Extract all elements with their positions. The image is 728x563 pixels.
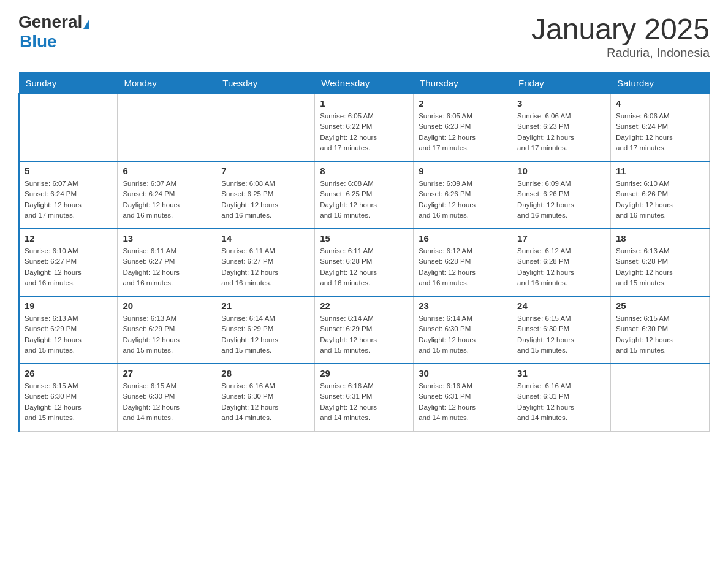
day-info: Sunrise: 6:11 AMSunset: 6:27 PMDaylight:… [123, 246, 211, 288]
day-number: 29 [320, 368, 408, 378]
calendar-cell: 4Sunrise: 6:06 AMSunset: 6:24 PMDaylight… [611, 94, 710, 161]
day-number: 21 [221, 301, 309, 311]
calendar-header-row: Sunday Monday Tuesday Wednesday Thursday… [19, 73, 710, 94]
calendar-cell: 11Sunrise: 6:10 AMSunset: 6:26 PMDayligh… [611, 161, 710, 229]
calendar-cell: 2Sunrise: 6:05 AMSunset: 6:23 PMDaylight… [414, 94, 512, 161]
day-number: 19 [25, 301, 112, 311]
day-number: 10 [517, 166, 605, 176]
day-info: Sunrise: 6:12 AMSunset: 6:28 PMDaylight:… [419, 246, 507, 288]
logo: General Blue [18, 12, 89, 52]
calendar-cell: 5Sunrise: 6:07 AMSunset: 6:24 PMDaylight… [19, 161, 118, 229]
day-number: 13 [123, 233, 211, 243]
day-number: 14 [221, 233, 309, 243]
calendar-cell: 31Sunrise: 6:16 AMSunset: 6:31 PMDayligh… [512, 364, 611, 431]
week-row-2: 5Sunrise: 6:07 AMSunset: 6:24 PMDaylight… [19, 161, 710, 229]
day-info: Sunrise: 6:05 AMSunset: 6:22 PMDaylight:… [320, 111, 408, 153]
calendar-cell: 8Sunrise: 6:08 AMSunset: 6:25 PMDaylight… [315, 161, 414, 229]
calendar-cell: 27Sunrise: 6:15 AMSunset: 6:30 PMDayligh… [118, 364, 216, 431]
week-row-1: 1Sunrise: 6:05 AMSunset: 6:22 PMDaylight… [19, 94, 710, 161]
day-info: Sunrise: 6:14 AMSunset: 6:30 PMDaylight:… [419, 313, 507, 356]
day-info: Sunrise: 6:16 AMSunset: 6:31 PMDaylight:… [517, 381, 605, 423]
calendar-cell: 21Sunrise: 6:14 AMSunset: 6:29 PMDayligh… [216, 296, 315, 364]
day-info: Sunrise: 6:16 AMSunset: 6:30 PMDaylight:… [221, 381, 309, 423]
day-number: 31 [517, 368, 605, 378]
day-info: Sunrise: 6:16 AMSunset: 6:31 PMDaylight:… [320, 381, 408, 423]
day-number: 27 [123, 368, 211, 378]
calendar-cell [611, 364, 710, 431]
day-number: 2 [419, 98, 507, 109]
calendar-cell: 19Sunrise: 6:13 AMSunset: 6:29 PMDayligh… [19, 296, 118, 364]
day-info: Sunrise: 6:08 AMSunset: 6:25 PMDaylight:… [320, 178, 408, 221]
day-number: 9 [419, 166, 507, 176]
header-sunday: Sunday [19, 73, 118, 94]
day-number: 3 [517, 98, 605, 109]
day-info: Sunrise: 6:11 AMSunset: 6:28 PMDaylight:… [320, 246, 408, 288]
day-number: 30 [419, 368, 507, 378]
title-block: January 2025 Raduria, Indonesia [531, 12, 710, 60]
logo-blue: Blue [20, 32, 57, 51]
day-info: Sunrise: 6:14 AMSunset: 6:29 PMDaylight:… [221, 313, 309, 356]
calendar-cell: 18Sunrise: 6:13 AMSunset: 6:28 PMDayligh… [611, 229, 710, 296]
day-info: Sunrise: 6:10 AMSunset: 6:26 PMDaylight:… [616, 178, 704, 221]
day-number: 5 [25, 166, 112, 176]
calendar-cell: 13Sunrise: 6:11 AMSunset: 6:27 PMDayligh… [118, 229, 216, 296]
day-info: Sunrise: 6:15 AMSunset: 6:30 PMDaylight:… [517, 313, 605, 356]
day-info: Sunrise: 6:06 AMSunset: 6:23 PMDaylight:… [517, 111, 605, 153]
header-thursday: Thursday [414, 73, 512, 94]
day-info: Sunrise: 6:13 AMSunset: 6:29 PMDaylight:… [123, 313, 211, 356]
day-info: Sunrise: 6:15 AMSunset: 6:30 PMDaylight:… [616, 313, 704, 356]
calendar-cell: 14Sunrise: 6:11 AMSunset: 6:27 PMDayligh… [216, 229, 315, 296]
header-monday: Monday [118, 73, 216, 94]
header-tuesday: Tuesday [216, 73, 315, 94]
calendar-cell: 22Sunrise: 6:14 AMSunset: 6:29 PMDayligh… [315, 296, 414, 364]
day-info: Sunrise: 6:07 AMSunset: 6:24 PMDaylight:… [123, 178, 211, 221]
calendar-cell: 6Sunrise: 6:07 AMSunset: 6:24 PMDaylight… [118, 161, 216, 229]
header-wednesday: Wednesday [315, 73, 414, 94]
calendar-cell [19, 94, 118, 161]
calendar-cell: 12Sunrise: 6:10 AMSunset: 6:27 PMDayligh… [19, 229, 118, 296]
calendar-cell: 28Sunrise: 6:16 AMSunset: 6:30 PMDayligh… [216, 364, 315, 431]
page-header: General Blue January 2025 Raduria, Indon… [18, 12, 710, 60]
day-info: Sunrise: 6:09 AMSunset: 6:26 PMDaylight:… [419, 178, 507, 221]
week-row-5: 26Sunrise: 6:15 AMSunset: 6:30 PMDayligh… [19, 364, 710, 431]
week-row-3: 12Sunrise: 6:10 AMSunset: 6:27 PMDayligh… [19, 229, 710, 296]
day-number: 26 [25, 368, 112, 378]
day-number: 17 [517, 233, 605, 243]
calendar-cell: 30Sunrise: 6:16 AMSunset: 6:31 PMDayligh… [414, 364, 512, 431]
calendar-cell: 29Sunrise: 6:16 AMSunset: 6:31 PMDayligh… [315, 364, 414, 431]
day-info: Sunrise: 6:11 AMSunset: 6:27 PMDaylight:… [221, 246, 309, 288]
calendar-cell: 24Sunrise: 6:15 AMSunset: 6:30 PMDayligh… [512, 296, 611, 364]
day-number: 25 [616, 301, 704, 311]
logo-text: General Blue [18, 12, 89, 52]
day-number: 1 [320, 98, 408, 109]
calendar-table: Sunday Monday Tuesday Wednesday Thursday… [18, 72, 710, 432]
day-number: 23 [419, 301, 507, 311]
day-info: Sunrise: 6:09 AMSunset: 6:26 PMDaylight:… [517, 178, 605, 221]
day-number: 18 [616, 233, 704, 243]
calendar-cell [216, 94, 315, 161]
calendar-cell [118, 94, 216, 161]
day-number: 11 [616, 166, 704, 176]
day-number: 16 [419, 233, 507, 243]
day-info: Sunrise: 6:15 AMSunset: 6:30 PMDaylight:… [123, 381, 211, 423]
day-info: Sunrise: 6:16 AMSunset: 6:31 PMDaylight:… [419, 381, 507, 423]
day-info: Sunrise: 6:13 AMSunset: 6:28 PMDaylight:… [616, 246, 704, 288]
calendar-cell: 23Sunrise: 6:14 AMSunset: 6:30 PMDayligh… [414, 296, 512, 364]
day-info: Sunrise: 6:06 AMSunset: 6:24 PMDaylight:… [616, 111, 704, 153]
header-saturday: Saturday [611, 73, 710, 94]
calendar-cell: 9Sunrise: 6:09 AMSunset: 6:26 PMDaylight… [414, 161, 512, 229]
calendar-cell: 3Sunrise: 6:06 AMSunset: 6:23 PMDaylight… [512, 94, 611, 161]
logo-triangle [83, 19, 89, 29]
day-number: 7 [221, 166, 309, 176]
calendar-subtitle: Raduria, Indonesia [531, 46, 710, 60]
calendar-cell: 26Sunrise: 6:15 AMSunset: 6:30 PMDayligh… [19, 364, 118, 431]
header-friday: Friday [512, 73, 611, 94]
day-number: 28 [221, 368, 309, 378]
calendar-cell: 7Sunrise: 6:08 AMSunset: 6:25 PMDaylight… [216, 161, 315, 229]
day-number: 20 [123, 301, 211, 311]
day-info: Sunrise: 6:10 AMSunset: 6:27 PMDaylight:… [25, 246, 112, 288]
day-info: Sunrise: 6:08 AMSunset: 6:25 PMDaylight:… [221, 178, 309, 221]
day-info: Sunrise: 6:07 AMSunset: 6:24 PMDaylight:… [25, 178, 112, 221]
day-info: Sunrise: 6:14 AMSunset: 6:29 PMDaylight:… [320, 313, 408, 356]
day-number: 22 [320, 301, 408, 311]
